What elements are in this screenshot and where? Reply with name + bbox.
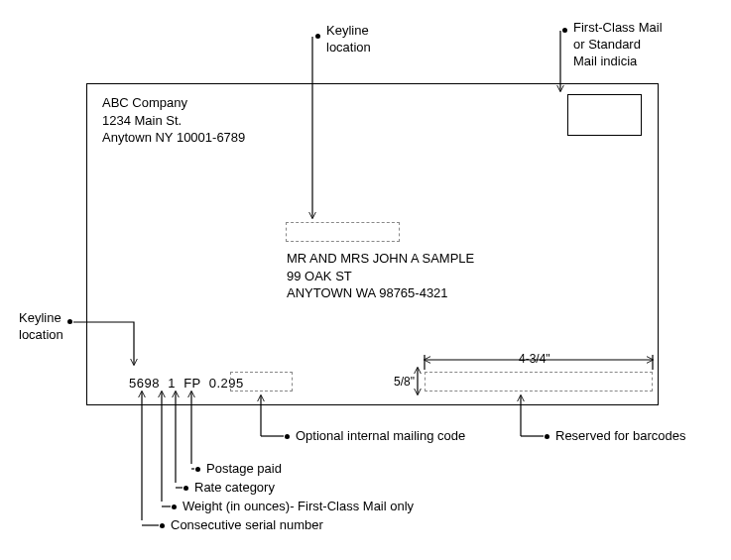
return-address-line: 1234 Main St. — [102, 112, 245, 130]
callout-keyline-top: Keyline location — [326, 23, 371, 56]
callout-postage-paid: Postage paid — [206, 461, 282, 478]
callout-optional-code: Optional internal mailing code — [296, 428, 465, 445]
diagram-canvas: Keyline location First-Class Mail or Sta… — [0, 0, 731, 560]
dim-height-label: 5/8" — [394, 375, 415, 389]
internal-code-box — [230, 372, 293, 392]
return-address: ABC Company 1234 Main St. Anytown NY 100… — [102, 94, 245, 147]
recipient-line: MR AND MRS JOHN A SAMPLE — [287, 250, 474, 268]
bullet — [562, 28, 567, 33]
recipient-line: 99 OAK ST — [287, 268, 474, 285]
recipient-line: ANYTOWN WA 98765-4321 — [287, 284, 474, 302]
callout-keyline-left: Keyline location — [19, 310, 63, 344]
bullet — [172, 504, 177, 509]
callout-rate-category: Rate category — [194, 480, 275, 497]
callout-weight: Weight (in ounces)- First-Class Mail onl… — [183, 499, 414, 515]
bullet — [195, 467, 200, 472]
return-address-line: ABC Company — [102, 94, 245, 112]
callout-serial: Consecutive serial number — [171, 517, 323, 534]
keyline-serial: 5698 — [129, 376, 160, 391]
callout-reserved-barcode: Reserved for barcodes — [555, 428, 686, 445]
indicia-box — [567, 94, 642, 136]
keyline-weight: 1 — [168, 376, 176, 391]
bullet — [160, 523, 165, 528]
barcode-reserved-box — [425, 372, 653, 392]
keyline-values: 5698 1 FP 0.295 — [129, 376, 244, 391]
bullet — [545, 434, 549, 439]
bullet — [67, 319, 72, 324]
keyline-box-top — [286, 222, 400, 242]
dim-width-label: 4-3/4" — [519, 352, 550, 366]
keyline-rate: FP — [183, 376, 200, 391]
return-address-line: Anytown NY 10001-6789 — [102, 129, 245, 147]
bullet — [315, 34, 320, 39]
recipient-address: MR AND MRS JOHN A SAMPLE 99 OAK ST ANYTO… — [287, 250, 474, 302]
bullet — [183, 486, 188, 491]
bullet — [285, 434, 290, 439]
callout-indicia: First-Class Mail or Standard Mail indici… — [573, 20, 663, 70]
